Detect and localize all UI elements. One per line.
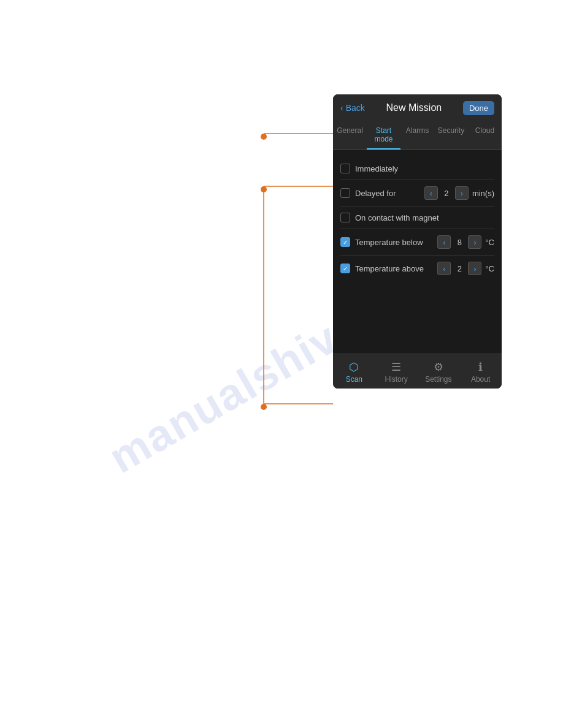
- temp-below-decrement-button[interactable]: ‹: [437, 235, 451, 249]
- temp-above-decrement-button[interactable]: ‹: [437, 262, 451, 275]
- back-chevron-icon: ‹: [340, 103, 343, 113]
- about-icon: ℹ: [462, 360, 499, 374]
- nav-history[interactable]: ☰ History: [375, 354, 418, 389]
- tab-bar: General Start mode Alarms Security Cloud: [333, 121, 502, 150]
- nav-history-label: History: [385, 375, 407, 384]
- delayed-checkbox[interactable]: [340, 188, 350, 198]
- nav-about-label: About: [471, 375, 490, 384]
- tab-alarms[interactable]: Alarms: [400, 121, 434, 150]
- temp-below-checkbox[interactable]: [340, 237, 350, 247]
- delayed-value: 2: [442, 189, 451, 198]
- scan-icon: ⬡: [335, 360, 373, 374]
- annotation-dot-2: [261, 186, 267, 192]
- delayed-increment-button[interactable]: ›: [455, 186, 469, 200]
- annotation-dot-1: [261, 134, 267, 140]
- magnet-label: On contact with magnet: [355, 213, 494, 222]
- immediately-label: Immediately: [355, 164, 494, 173]
- divider-1: [340, 180, 494, 180]
- phone-ui: ‹ Back New Mission Done General Start mo…: [333, 94, 502, 389]
- temp-above-unit: °C: [485, 264, 494, 273]
- delayed-stepper: ‹ 2 › min(s): [424, 186, 494, 200]
- done-button[interactable]: Done: [463, 101, 494, 115]
- immediately-checkbox[interactable]: [340, 164, 350, 173]
- back-label: Back: [346, 103, 365, 113]
- divider-3: [340, 229, 494, 229]
- temp-above-value: 2: [454, 264, 464, 273]
- delayed-unit: min(s): [472, 189, 494, 198]
- tab-start-mode[interactable]: Start mode: [367, 121, 400, 150]
- temp-below-value: 8: [454, 238, 464, 247]
- delayed-label: Delayed for: [355, 189, 419, 198]
- bottom-nav-bar: ⬡ Scan ☰ History ⚙ Settings ℹ About: [333, 354, 502, 389]
- start-mode-content: Immediately Delayed for ‹ 2 › min(s) On …: [333, 150, 502, 354]
- temp-below-label: Temperature below: [355, 238, 432, 247]
- temp-below-unit: °C: [485, 238, 494, 247]
- temp-above-stepper: ‹ 2 › °C: [437, 262, 494, 275]
- divider-4: [340, 255, 494, 256]
- tab-security[interactable]: Security: [434, 121, 468, 150]
- app-header: ‹ Back New Mission Done: [333, 94, 502, 121]
- option-temp-below: Temperature below ‹ 8 › °C: [340, 230, 494, 254]
- nav-settings[interactable]: ⚙ Settings: [418, 354, 460, 389]
- tab-general[interactable]: General: [333, 121, 367, 150]
- divider-2: [340, 206, 494, 207]
- back-button[interactable]: ‹ Back: [340, 103, 365, 113]
- temp-above-label: Temperature above: [355, 264, 432, 273]
- nav-scan-label: Scan: [346, 375, 362, 384]
- temp-above-increment-button[interactable]: ›: [468, 262, 481, 275]
- temp-below-increment-button[interactable]: ›: [468, 235, 481, 249]
- annotation-dot-3: [261, 404, 267, 410]
- nav-scan[interactable]: ⬡ Scan: [333, 354, 375, 389]
- option-immediately: Immediately: [340, 159, 494, 178]
- temp-above-checkbox[interactable]: [340, 264, 350, 273]
- page-title: New Mission: [386, 102, 442, 113]
- temp-below-stepper: ‹ 8 › °C: [437, 235, 494, 249]
- nav-settings-label: Settings: [425, 375, 451, 384]
- nav-about[interactable]: ℹ About: [459, 354, 502, 389]
- delayed-decrement-button[interactable]: ‹: [424, 186, 438, 200]
- history-icon: ☰: [378, 360, 415, 374]
- magnet-checkbox[interactable]: [340, 213, 350, 222]
- option-temp-above: Temperature above ‹ 2 › °C: [340, 257, 494, 280]
- option-magnet: On contact with magnet: [340, 208, 494, 227]
- option-delayed: Delayed for ‹ 2 › min(s): [340, 181, 494, 205]
- tab-cloud[interactable]: Cloud: [468, 121, 502, 150]
- settings-icon: ⚙: [420, 360, 458, 374]
